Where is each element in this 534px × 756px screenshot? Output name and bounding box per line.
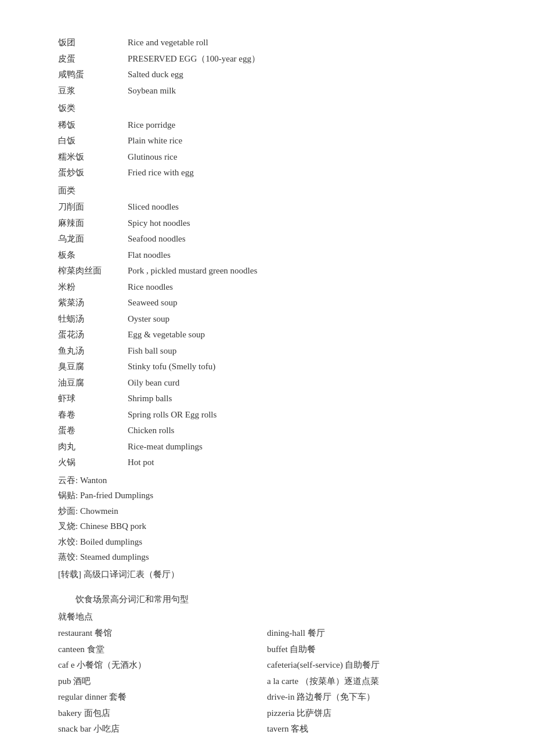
venue-left: caf e 小餐馆（无酒水） — [58, 657, 267, 674]
venue-row: canteen 食堂buffet 自助餐 — [58, 642, 476, 658]
venue-left: bakery 面包店 — [58, 705, 267, 722]
venue-row: regular dinner 套餐drive-in 路边餐厅（免下车） — [58, 689, 476, 705]
menu-row: 榨菜肉丝面Pork , pickled mustard green noodle… — [58, 263, 476, 279]
menu-row: 油豆腐Oily bean curd — [58, 375, 476, 391]
venue-row: caf e 小餐馆（无酒水）cafeteria(self-service) 自助… — [58, 657, 476, 674]
inline-menu-item: 云吞: Wanton — [58, 473, 476, 488]
menu-row: 牡蛎汤Oyster soup — [58, 311, 476, 327]
fan-menu-table: 稀饭Rice porridge白饭Plain white rice糯米饭Glut… — [58, 117, 476, 181]
chinese-label: 虾球 — [58, 391, 122, 407]
menu-row: 皮蛋PRESERVED EGG（100-year egg） — [58, 51, 476, 67]
english-label: Glutinous rice — [122, 149, 476, 165]
venue-row: bakery 面包店pizzeria 比萨饼店 — [58, 705, 476, 722]
english-label: PRESERVED EGG（100-year egg） — [122, 51, 476, 67]
english-label: Rice-meat dumplings — [122, 439, 476, 455]
chinese-label: 春卷 — [58, 407, 122, 423]
venue-right: drive-in 路边餐厅（免下车） — [267, 689, 476, 705]
english-label: Seafood noodles — [122, 231, 476, 247]
venue-right: dining-hall 餐厅 — [267, 625, 476, 642]
chinese-label: 皮蛋 — [58, 51, 122, 67]
english-label: Salted duck egg — [122, 67, 476, 83]
venue-left: snack bar 小吃店 — [58, 721, 267, 737]
english-label: Oily bean curd — [122, 375, 476, 391]
chinese-label: 糯米饭 — [58, 149, 122, 165]
english-label: Chicken rolls — [122, 423, 476, 439]
menu-row: 蛋花汤Egg & vegetable soup — [58, 327, 476, 343]
chinese-label: 牡蛎汤 — [58, 311, 122, 327]
menu-row: 板条Flat noodles — [58, 247, 476, 264]
menu-row: 稀饭Rice porridge — [58, 117, 476, 134]
venue-left: regular dinner 套餐 — [58, 689, 267, 705]
menu-row: 豆浆Soybean milk — [58, 83, 476, 99]
english-label: Fried rice with egg — [122, 165, 476, 181]
chinese-label: 白饭 — [58, 133, 122, 149]
english-label: Hot pot — [122, 455, 476, 471]
menu-row: 咸鸭蛋Salted duck egg — [58, 67, 476, 83]
inline-menu-item: 锅贴: Pan-fried Dumplings — [58, 488, 476, 503]
venue-row: pub 酒吧a la carte （按菜单）逐道点菜 — [58, 674, 476, 690]
venue-left: canteen 食堂 — [58, 642, 267, 658]
english-label: Fish ball soup — [122, 343, 476, 359]
vocab-title: 饮食场景高分词汇和常用句型 — [58, 592, 476, 607]
inline-menu-item: 炒面: Chowmein — [58, 504, 476, 519]
english-label: Shrimp balls — [122, 391, 476, 407]
venue-left: pub 酒吧 — [58, 674, 267, 690]
chinese-label: 乌龙面 — [58, 231, 122, 247]
chinese-label: 麻辣面 — [58, 215, 122, 232]
chinese-label: 臭豆腐 — [58, 359, 122, 375]
english-label: Sliced noodles — [122, 199, 476, 215]
chinese-label: 米粉 — [58, 279, 122, 296]
vocab-section: 饮食场景高分词汇和常用句型 就餐地点 restaurant 餐馆dining-h… — [58, 592, 476, 737]
mian-section-header: 面类 — [58, 183, 476, 199]
chinese-label: 火锅 — [58, 455, 122, 471]
chinese-label: 榨菜肉丝面 — [58, 263, 122, 279]
menu-row: 紫菜汤Seaweed soup — [58, 295, 476, 311]
menu-row: 虾球Shrimp balls — [58, 391, 476, 407]
venue-right: pizzeria 比萨饼店 — [267, 705, 476, 722]
menu-row: 乌龙面Seafood noodles — [58, 231, 476, 247]
menu-row: 蛋炒饭Fried rice with egg — [58, 165, 476, 181]
venue-row: restaurant 餐馆dining-hall 餐厅 — [58, 625, 476, 642]
inline-menu-item: 水饺: Boiled dumplings — [58, 535, 476, 550]
menu-row: 鱼丸汤Fish ball soup — [58, 343, 476, 359]
english-label: Flat noodles — [122, 247, 476, 264]
top-menu-table: 饭团Rice and vegetable roll皮蛋PRESERVED EGG… — [58, 35, 476, 99]
venue-right: tavern 客栈 — [267, 721, 476, 737]
chinese-label: 油豆腐 — [58, 375, 122, 391]
english-label: Spring rolls OR Egg rolls — [122, 407, 476, 423]
menu-row: 饭团Rice and vegetable roll — [58, 35, 476, 51]
menu-row: 春卷Spring rolls OR Egg rolls — [58, 407, 476, 423]
chinese-label: 蛋卷 — [58, 423, 122, 439]
chinese-label: 蛋炒饭 — [58, 165, 122, 181]
venue-right: a la carte （按菜单）逐道点菜 — [267, 674, 476, 690]
menu-row: 臭豆腐Stinky tofu (Smelly tofu) — [58, 359, 476, 375]
english-label: Oyster soup — [122, 311, 476, 327]
chinese-label: 稀饭 — [58, 117, 122, 134]
inline-menu-item: 蒸饺: Steamed dumplings — [58, 550, 476, 565]
chinese-label: 豆浆 — [58, 83, 122, 99]
menu-row: 白饭Plain white rice — [58, 133, 476, 149]
chinese-label: 肉丸 — [58, 439, 122, 455]
menu-row: 米粉Rice noodles — [58, 279, 476, 296]
menu-row: 刀削面Sliced noodles — [58, 199, 476, 215]
english-label: Spicy hot noodles — [122, 215, 476, 232]
venue-table: restaurant 餐馆dining-hall 餐厅canteen 食堂buf… — [58, 625, 476, 737]
inline-menu-item: 叉烧: Chinese BBQ pork — [58, 519, 476, 534]
english-label: Plain white rice — [122, 133, 476, 149]
chinese-label: 饭团 — [58, 35, 122, 51]
english-label: Seaweed soup — [122, 295, 476, 311]
chinese-label: 刀削面 — [58, 199, 122, 215]
english-label: Stinky tofu (Smelly tofu) — [122, 359, 476, 375]
chinese-label: 紫菜汤 — [58, 295, 122, 311]
menu-row: 糯米饭Glutinous rice — [58, 149, 476, 165]
venue-left: restaurant 餐馆 — [58, 625, 267, 642]
mian-menu-table: 刀削面Sliced noodles麻辣面Spicy hot noodles乌龙面… — [58, 199, 476, 471]
english-label: Rice porridge — [122, 117, 476, 134]
menu-row: 肉丸Rice-meat dumplings — [58, 439, 476, 455]
english-label: Egg & vegetable soup — [122, 327, 476, 343]
venue-right: buffet 自助餐 — [267, 642, 476, 658]
venue-right: cafeteria(self-service) 自助餐厅 — [267, 657, 476, 674]
main-content: 饭团Rice and vegetable roll皮蛋PRESERVED EGG… — [58, 35, 476, 737]
venue-section-title: 就餐地点 — [58, 610, 476, 625]
chinese-label: 鱼丸汤 — [58, 343, 122, 359]
